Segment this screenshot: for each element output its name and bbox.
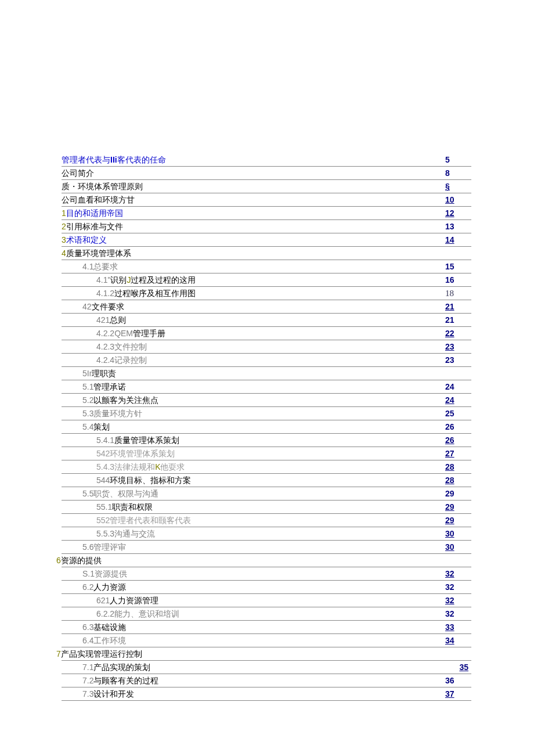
toc-page-number[interactable]: 22 [445, 327, 471, 339]
toc-text-part: 质量环境管理体系 [66, 249, 131, 258]
toc-text-part: 术语和定义 [66, 236, 107, 244]
toc-text-part: 5.4.3 [96, 462, 114, 471]
toc-text-part: 人力资源 [93, 583, 126, 592]
toc-text-part: 5.5.3 [96, 529, 114, 538]
toc-text-part: 工作环境 [93, 636, 126, 645]
toc-text-part: 5Ir [82, 369, 92, 378]
toc-text-part: 4.2.3 [96, 342, 114, 351]
toc-row: 4质量环境管理体系 [62, 247, 471, 260]
toc-page-number[interactable]: 25 [445, 408, 471, 419]
toc-text-part: 识别 [110, 276, 127, 285]
toc-text-part: 5.6 [82, 542, 93, 552]
toc-row: 5.4策划26 [62, 420, 471, 434]
toc-row: 4.2.4记录控制23 [62, 354, 471, 367]
toc-label: 621人力资源管理 [62, 595, 445, 607]
toc-text-part: 5.3 [82, 409, 93, 418]
toc-row: 6.3基础设施33 [62, 621, 471, 634]
toc-row: 621人力资源管理32 [62, 594, 471, 607]
toc-row: 5.1管理承诺24 [62, 380, 471, 394]
toc-page-number[interactable]: 37 [445, 688, 471, 700]
toc-text-part: 基础设施 [93, 623, 126, 632]
toc-page-number[interactable]: § [445, 181, 471, 192]
toc-row: S.1资源提供32 [62, 567, 471, 581]
toc-text-part: 理职责 [92, 369, 116, 378]
toc-page-number[interactable]: 24 [445, 394, 471, 406]
toc-page-number[interactable]: 8 [445, 167, 471, 179]
toc-page-number[interactable]: 21 [445, 314, 471, 326]
toc-text-part: 6.4 [82, 636, 93, 645]
toc-page-number[interactable]: 23 [445, 354, 471, 366]
toc-row: 421总则21 [62, 314, 471, 327]
toc-row: 公司血看和环境方甘10 [62, 193, 471, 207]
toc-page-number[interactable]: 30 [445, 541, 471, 553]
toc-text-part: 策划 [93, 423, 110, 431]
toc-page-number[interactable]: 26 [445, 434, 471, 446]
toc-page-number[interactable]: 28 [445, 474, 471, 486]
toc-text-part: 记录控制 [114, 356, 147, 365]
toc-text-part: 以颤客为关注焦点 [93, 396, 158, 405]
toc-container: 管理者代表与IIi客代表的任命5公司简介8质・环境体系管理原则§公司血看和环境方… [62, 153, 471, 701]
toc-page-number[interactable]: 29 [445, 501, 471, 513]
toc-page-number[interactable]: 23 [445, 341, 471, 352]
toc-page-number[interactable]: 24 [445, 381, 471, 393]
toc-label: 公司血看和环境方甘 [62, 195, 445, 206]
toc-text-part: 421 [96, 315, 110, 325]
toc-page-number[interactable]: 32 [445, 568, 471, 579]
toc-page-number[interactable]: 5 [445, 154, 471, 165]
toc-text-part: 职责和权限 [112, 503, 153, 512]
toc-page-number[interactable]: 18 [445, 287, 471, 299]
toc-row: 7.1产品实现的策划35 [62, 661, 471, 674]
toc-page-number[interactable]: 16 [445, 274, 471, 286]
toc-page-number[interactable]: 29 [445, 514, 471, 526]
toc-page-number[interactable]: 26 [445, 421, 471, 433]
toc-label: 5.6管理评审 [62, 541, 445, 553]
toc-text-part: 质量管理体系策划 [114, 436, 179, 445]
toc-label: 542环境管理体系策划 [62, 448, 445, 460]
toc-page-number[interactable]: 34 [445, 635, 471, 646]
toc-page-number[interactable]: 29 [445, 488, 471, 499]
toc-page-number[interactable]: 32 [445, 581, 471, 593]
toc-row: 7产品实现管理运行控制 [62, 647, 471, 661]
toc-label: 1目的和适用帝国 [62, 207, 445, 219]
toc-label: 2引用标准与文件 [62, 221, 445, 233]
toc-label: S.1资源提供 [62, 568, 445, 580]
toc-page-number[interactable]: 12 [445, 207, 471, 219]
toc-row: 5.5.3沟通与交流30 [62, 527, 471, 541]
toc-text-part: 产品实现的策划 [93, 663, 150, 672]
toc-label: 3术语和定义 [62, 234, 445, 246]
toc-row: 管理者代表与IIi客代表的任命5 [62, 153, 471, 167]
toc-row: 7.3设计和开发37 [62, 687, 471, 701]
toc-text-part: 设计和开发 [93, 690, 134, 699]
toc-page-number[interactable]: 35 [442, 661, 471, 673]
toc-page-number[interactable]: 33 [445, 621, 471, 633]
toc-label: 4质量环境管理体系 [62, 247, 445, 260]
toc-label: 552管理者代表和颐客代表 [62, 514, 445, 527]
toc-page-number[interactable]: 10 [445, 194, 471, 206]
toc-page-number[interactable]: 32 [445, 608, 471, 620]
toc-label: 4.2.2QEM管理手册 [62, 327, 445, 340]
toc-page-number[interactable]: 13 [445, 221, 471, 232]
toc-text-part: 环境管理体系策划 [110, 449, 175, 458]
toc-label: 42文件要求 [62, 301, 445, 313]
toc-label: 7.3设计和开发 [62, 688, 445, 700]
toc-label: 4.1总要求 [62, 261, 445, 273]
toc-label: 质・环境体系管理原则 [62, 181, 445, 193]
toc-label: 5Ir理职责 [62, 368, 445, 380]
toc-row: 6.4工作环境34 [62, 634, 471, 647]
toc-page-number[interactable]: 30 [445, 528, 471, 539]
toc-text-part: 沟通与交流 [114, 530, 155, 538]
toc-page-number[interactable]: 14 [445, 234, 471, 246]
toc-page-number[interactable]: 15 [445, 261, 471, 272]
toc-page-number[interactable]: 36 [445, 675, 471, 686]
toc-text-part: 资源的提供 [61, 556, 102, 565]
toc-page-number[interactable]: 28 [445, 461, 471, 473]
toc-text-part: 6.2.2 [96, 609, 114, 618]
toc-label: 4.1.2过程喉序及相互作用图 [62, 287, 445, 300]
toc-row: 544环境目标、指标和方案28 [62, 474, 471, 487]
toc-row: 5.6管理评审30 [62, 541, 471, 554]
toc-page-number[interactable]: 32 [445, 595, 471, 606]
toc-page-number[interactable]: 27 [445, 448, 471, 459]
toc-page-number[interactable]: 21 [445, 301, 471, 312]
toc-row: 4.1.2过程喉序及相互作用图18 [62, 287, 471, 300]
toc-text-part: 5.4.1 [96, 435, 114, 445]
